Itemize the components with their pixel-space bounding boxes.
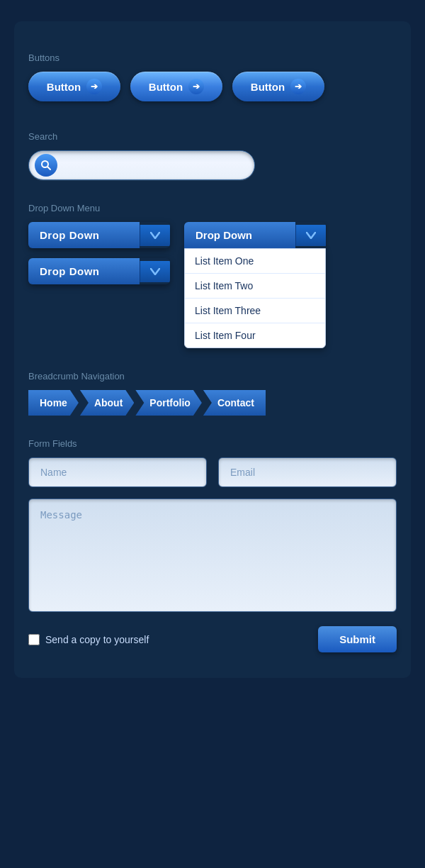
list-item-1[interactable]: List Item One <box>185 249 325 274</box>
list-item-4[interactable]: List Item Four <box>185 323 325 347</box>
search-icon <box>35 154 57 177</box>
breadcrumb-section: Breadcrumb Navigation Home About Portfol… <box>28 371 397 421</box>
button-2-arrow-icon: ➔ <box>188 79 204 94</box>
breadcrumb-contact[interactable]: Contact <box>203 390 266 416</box>
copy-checkbox[interactable] <box>28 634 40 645</box>
dropdown-open-label: Drop Down <box>184 222 295 248</box>
breadcrumb-nav: Home About Portfolio Contact <box>28 390 397 416</box>
search-label: Search <box>28 131 397 142</box>
dropdown-open-arrow-icon <box>295 225 326 246</box>
buttons-row: Button ➔ Button ➔ Button ➔ <box>28 72 397 101</box>
copy-label-text: Send a copy to yourself <box>45 634 149 645</box>
list-item-2[interactable]: List Item Two <box>185 274 325 299</box>
dropdown-1-arrow-icon <box>140 225 170 246</box>
dropdown-1-label: Drop Down <box>28 222 140 248</box>
dropdown-1[interactable]: Drop Down <box>28 222 170 248</box>
dropdown-left-col: Drop Down Drop Down <box>28 222 170 284</box>
breadcrumb-label: Breadcrumb Navigation <box>28 371 397 382</box>
form-label: Form Fields <box>28 438 397 449</box>
dropdown-label: Drop Down Menu <box>28 203 397 213</box>
svg-point-0 <box>42 161 48 167</box>
dropdown-2-arrow-icon <box>140 261 170 282</box>
form-footer: Send a copy to yourself Submit <box>28 626 397 652</box>
button-3-arrow-icon: ➔ <box>290 79 306 94</box>
button-3[interactable]: Button ➔ <box>232 72 324 101</box>
button-2-label: Button <box>149 81 183 93</box>
breadcrumb-home[interactable]: Home <box>28 390 79 416</box>
dropdown-open-btn[interactable]: Drop Down <box>184 222 326 248</box>
submit-button[interactable]: Submit <box>318 626 397 652</box>
dropdown-section: Drop Down Menu Drop Down Drop Down <box>28 203 397 354</box>
svg-line-1 <box>48 167 51 170</box>
button-1-label: Button <box>47 81 81 93</box>
message-textarea[interactable] <box>28 499 397 612</box>
dropdown-open: Drop Down List Item One List Item Two Li… <box>184 222 326 348</box>
form-section: Form Fields Send a copy to yourself Subm… <box>28 438 397 658</box>
dropdown-area: Drop Down Drop Down Drop Down <box>28 222 397 348</box>
search-wrapper <box>28 150 255 180</box>
dropdown-2-label: Drop Down <box>28 258 140 284</box>
email-input[interactable] <box>218 457 397 487</box>
breadcrumb-portfolio[interactable]: Portfolio <box>135 390 202 416</box>
dropdown-2[interactable]: Drop Down <box>28 258 170 284</box>
search-input[interactable] <box>57 157 249 174</box>
form-top-row <box>28 457 397 487</box>
search-section: Search <box>28 131 397 186</box>
dropdown-list: List Item One List Item Two List Item Th… <box>184 248 326 348</box>
buttons-section: Buttons Button ➔ Button ➔ Button ➔ <box>28 52 397 114</box>
name-input[interactable] <box>28 457 207 487</box>
button-2[interactable]: Button ➔ <box>130 72 222 101</box>
button-3-label: Button <box>251 81 285 93</box>
list-item-3[interactable]: List Item Three <box>185 299 325 323</box>
button-1-arrow-icon: ➔ <box>86 79 102 94</box>
buttons-label: Buttons <box>28 52 397 63</box>
breadcrumb-about[interactable]: About <box>80 390 134 416</box>
main-container: Buttons Button ➔ Button ➔ Button ➔ Searc… <box>14 21 411 678</box>
copy-checkbox-label[interactable]: Send a copy to yourself <box>28 634 149 645</box>
button-1[interactable]: Button ➔ <box>28 72 120 101</box>
